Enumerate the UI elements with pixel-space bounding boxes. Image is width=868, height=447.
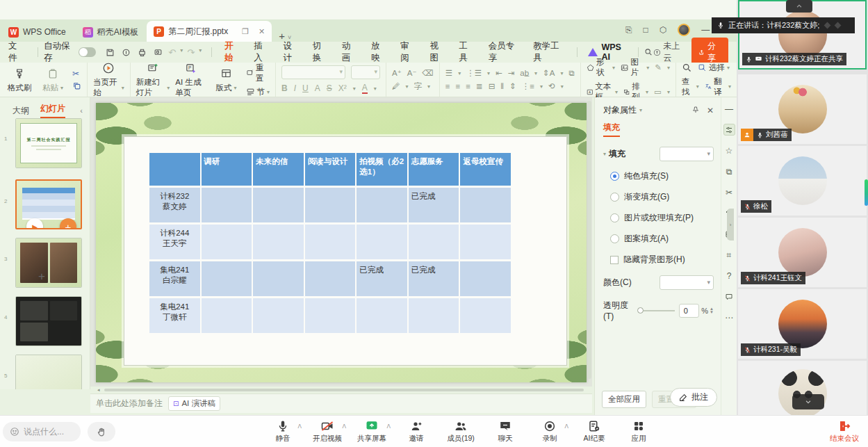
radio-solid-fill[interactable]: 纯色填充(S)	[610, 170, 721, 182]
translate-button[interactable]: 翻译▾	[705, 76, 731, 97]
copy-icon[interactable]	[72, 81, 81, 90]
autosave-toggle[interactable]	[79, 47, 96, 57]
cut-icon[interactable]: ✂	[72, 69, 81, 79]
screenshot-icon[interactable]: ⎘	[625, 25, 632, 35]
apply-all-button[interactable]: 全部应用	[602, 391, 646, 408]
redo-icon[interactable]: ↷	[187, 47, 195, 58]
find-button[interactable]: 查找▾	[682, 76, 699, 97]
video-tile[interactable]: 刘茜蓓	[738, 74, 867, 144]
clear-format-icon[interactable]: ⌫	[423, 68, 434, 78]
print-preview-icon[interactable]	[154, 48, 163, 57]
video-tile[interactable]: 徐松	[738, 146, 867, 216]
menu-slideshow[interactable]: 放映	[364, 40, 393, 64]
underline-button[interactable]: U	[302, 83, 309, 93]
end-meeting-button[interactable]: 结束会议	[824, 418, 865, 444]
slide-canvas[interactable]: 调研 未来的信 阅读与设计 拍视频（必2选1） 志愿服务 返母校宣传 计科232…	[90, 97, 592, 387]
transparency-value[interactable]: 0	[679, 304, 700, 318]
print-icon[interactable]	[138, 48, 147, 57]
start-video-button[interactable]: 开启视频 ᐱ	[307, 418, 347, 444]
font-grow-button[interactable]: A	[315, 83, 320, 93]
italic-button[interactable]: I	[294, 83, 296, 93]
icon-library-icon[interactable]: ✎	[655, 63, 662, 72]
slide-thumbnail-2-selected[interactable]: ▶ +	[15, 179, 82, 229]
export-icon[interactable]	[122, 48, 131, 57]
video-tile-partial[interactable]	[738, 361, 867, 415]
notes-placeholder[interactable]: 单击此处添加备注	[96, 398, 163, 409]
tab-close-icon[interactable]: ✕	[259, 27, 265, 36]
transparency-slider[interactable]	[639, 310, 675, 311]
font-name-select[interactable]	[281, 65, 345, 79]
help-icon[interactable]: ?	[723, 270, 735, 282]
share-options-caret[interactable]: ᐱ	[387, 423, 391, 430]
expand-banner-button[interactable]	[786, 0, 812, 13]
slide-thumbnail-1[interactable]: 第二周社会实践汇报	[15, 118, 82, 168]
placeholder-icon[interactable]: ▭	[654, 87, 662, 97]
tab-current-document[interactable]: P 第二周汇报.pptx ❐ ✕	[147, 21, 272, 42]
record-options-caret[interactable]: ᐱ	[565, 423, 568, 430]
search-icon[interactable]	[644, 47, 653, 57]
chat-button[interactable]: 聊天	[485, 418, 525, 444]
menu-insert[interactable]: 插入	[247, 40, 276, 64]
menu-teaching[interactable]: 教学工具	[526, 40, 571, 64]
mic-options-caret[interactable]: ᐱ	[298, 423, 302, 430]
mute-button[interactable]: 静音 ᐱ	[263, 418, 303, 444]
close-panel-icon[interactable]: ✕	[707, 106, 714, 115]
checkbox-hide-background[interactable]: 隐藏背景图形(H)	[610, 254, 721, 266]
decrease-indent-icon[interactable]: ⇤	[496, 68, 502, 78]
invite-button[interactable]: 邀请	[396, 418, 436, 444]
slide-thumbnail-4[interactable]	[15, 296, 82, 346]
slide-thumbnail-3[interactable]	[15, 238, 82, 288]
progress-table[interactable]: 调研 未来的信 阅读与设计 拍视频（必2选1） 志愿服务 返母校宣传 计科232…	[148, 151, 512, 335]
more-icon[interactable]: ⋯	[723, 311, 735, 323]
save-icon[interactable]	[106, 48, 115, 57]
bold-button[interactable]: B	[281, 83, 288, 93]
radio-pattern-fill[interactable]: 图案填充(A)	[610, 233, 721, 245]
notes-pane-icon[interactable]: ⌗	[723, 249, 735, 261]
text-effect-icon[interactable]: 字	[414, 81, 423, 92]
paste-button[interactable]: 粘贴▾	[39, 67, 67, 93]
smart-layout-icon[interactable]: ⧉	[568, 69, 574, 78]
radio-gradient-fill[interactable]: 渐变填充(G)	[610, 191, 721, 203]
new-slide-button[interactable]: 新建幻灯片▾	[136, 61, 170, 98]
tab-fill[interactable]: 填充	[603, 122, 620, 137]
font-size-select[interactable]	[351, 65, 380, 79]
annotate-button[interactable]: 批注	[670, 388, 717, 407]
workspace-icon[interactable]: □	[644, 25, 648, 35]
line-spacing-icon[interactable]: ⇕A	[543, 68, 555, 78]
spinner-arrows[interactable]: ▲▼	[710, 307, 714, 314]
menu-home[interactable]: 开始	[218, 40, 247, 64]
minimize-button[interactable]: —	[701, 25, 710, 35]
account-avatar[interactable]	[678, 24, 690, 36]
tab-wps-office[interactable]: W WPS Office	[0, 22, 74, 42]
share-screen-button[interactable]: 共享屏幕 ᐱ	[352, 418, 392, 444]
para-spacing-icon[interactable]: ⇕	[509, 81, 516, 91]
slider-knob[interactable]	[637, 307, 644, 314]
tab-outline[interactable]: 大纲	[13, 105, 29, 117]
picture-button[interactable]: 图片▾	[621, 57, 649, 78]
video-tile[interactable]: 计科231-吴毅	[738, 289, 867, 359]
ai-script-button[interactable]: ⊡ AI 演讲稿	[168, 396, 220, 411]
align-center-icon[interactable]: ≡	[456, 82, 461, 90]
font-color-button[interactable]: A	[362, 83, 368, 94]
play-from-current-button[interactable]: 当页开始▾	[93, 61, 124, 98]
menu-animation[interactable]: 动画	[335, 40, 364, 64]
effects-icon[interactable]: ☆	[723, 145, 735, 156]
layout-button[interactable]: 版式▾	[213, 67, 240, 93]
menu-review[interactable]: 审阅	[393, 40, 423, 64]
add-slide-button[interactable]: +	[38, 270, 45, 284]
highlight-icon[interactable]: 🖉	[392, 82, 400, 90]
menu-design[interactable]: 设计	[276, 40, 305, 64]
strikethrough-button[interactable]: S	[327, 83, 332, 93]
increase-indent-icon[interactable]: ⇥	[508, 68, 515, 78]
animation-pane-icon[interactable]: ⧉	[723, 165, 735, 177]
select-button[interactable]: 选择▾	[698, 63, 730, 73]
align-left-icon[interactable]: ≡	[445, 82, 450, 90]
columns-icon[interactable]: ⫴	[500, 82, 504, 91]
fill-type-select[interactable]	[660, 147, 714, 161]
collapse-videos-button[interactable]	[792, 394, 824, 409]
tab-slides[interactable]: 幻灯片	[40, 103, 65, 118]
apps-button[interactable]: 应用	[619, 418, 659, 444]
vertical-scrollbar[interactable]	[587, 101, 591, 379]
ai-minutes-button[interactable]: AI纪要	[574, 418, 614, 444]
align-right-icon[interactable]: ≡	[466, 82, 470, 90]
